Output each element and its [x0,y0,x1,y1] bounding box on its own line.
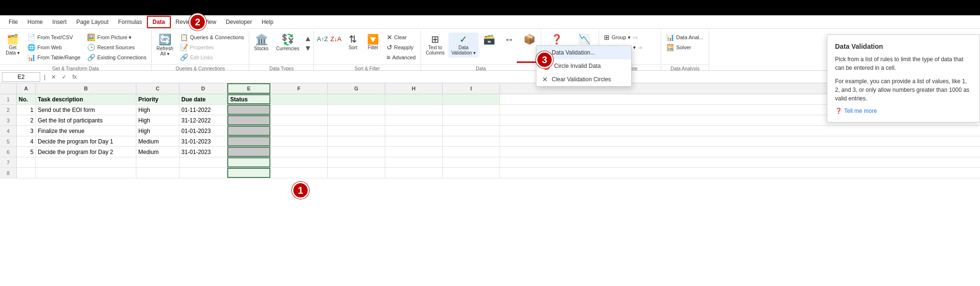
manage-model-button[interactable]: 📦 [520,33,539,47]
cell-h2[interactable] [385,105,443,115]
cell-i2[interactable] [443,105,500,115]
cell-h4[interactable] [385,126,443,136]
menu-file[interactable]: File [4,17,22,27]
cell-f7[interactable] [270,157,328,167]
clear-validation-menu-item[interactable]: ✕ Clear Validation Circles [536,73,631,86]
cell-e5[interactable] [227,136,270,146]
menu-formulas[interactable]: Formulas [113,17,147,27]
cell-g6[interactable] [328,147,385,157]
get-data-button[interactable]: 🗂️ GetData ▾ [2,33,23,57]
cell-c4[interactable]: High [136,126,179,136]
data-analysis-btn[interactable]: 📊 Data Anal... [663,33,706,42]
recent-sources-button[interactable]: 🕒 Recent Sources [84,43,149,52]
col-header-e[interactable]: E [227,83,270,94]
from-table-button[interactable]: 📊 From Table/Range [24,53,83,62]
cell-i3[interactable] [443,115,500,125]
clear-button[interactable]: ✕ Clear [384,33,419,42]
refresh-all-button[interactable]: 🔄 RefreshAll ▾ [154,33,176,58]
properties-button[interactable]: 📝 Properties [177,43,247,52]
filter-button[interactable]: 🔽 Filter [364,33,383,52]
cell-c8[interactable] [136,168,179,178]
from-text-csv-button[interactable]: 📄 From Text/CSV [24,33,83,42]
cell-g8[interactable] [328,168,385,178]
cell-f5[interactable] [270,136,328,146]
cell-a7[interactable] [17,157,36,167]
cell-b4[interactable]: Finalize the venue [36,126,136,136]
stocks-button[interactable]: 🏛️ Stocks [251,33,271,53]
cell-e7[interactable] [227,157,270,167]
relationships-button[interactable]: ↔ [500,33,519,47]
cell-d4[interactable]: 01-01-2023 [179,126,227,136]
advanced-button[interactable]: ≡ Advanced [384,53,419,62]
cell-b7[interactable] [36,157,136,167]
cell-h5[interactable] [385,136,443,146]
cell-b5[interactable]: Decide the program for Day 1 [36,136,136,146]
cell-d6[interactable]: 31-01-2023 [179,147,227,157]
cell-c1[interactable]: Priority [136,94,179,104]
currencies-button[interactable]: 💱 Currencies [273,33,302,53]
cell-g5[interactable] [328,136,385,146]
cell-a8[interactable] [17,168,36,178]
cell-b3[interactable]: Get the list of participants [36,115,136,125]
cell-h7[interactable] [385,157,443,167]
existing-connections-button[interactable]: 🔗 Existing Connections [84,53,149,62]
cell-f8[interactable] [270,168,328,178]
name-box[interactable] [2,72,40,82]
col-header-c[interactable]: C [136,83,179,94]
cell-i6[interactable] [443,147,500,157]
sort-za-button[interactable]: Z↓A [329,34,342,44]
cell-a6[interactable]: 5 [17,147,36,157]
queries-connections-button[interactable]: 📋 Queries & Connections [177,33,247,42]
col-header-h[interactable]: H [385,83,443,94]
col-header-d[interactable]: D [179,83,227,94]
cell-i4[interactable] [443,126,500,136]
cell-i5[interactable] [443,136,500,146]
cell-d5[interactable]: 31-01-2023 [179,136,227,146]
cell-e1[interactable]: Status [227,94,270,104]
cell-d3[interactable]: 31-12-2022 [179,115,227,125]
col-header-f[interactable]: F [270,83,328,94]
cell-d2[interactable]: 01-11-2022 [179,105,227,115]
cell-c6[interactable]: Medium [136,147,179,157]
cell-f4[interactable] [270,126,328,136]
menu-help[interactable]: Help [257,17,278,27]
cell-b1[interactable]: Task description [36,94,136,104]
cell-a4[interactable]: 3 [17,126,36,136]
cell-e4[interactable] [227,126,270,136]
cell-h6[interactable] [385,147,443,157]
cell-b8[interactable] [36,168,136,178]
cell-h8[interactable] [385,168,443,178]
menu-page-layout[interactable]: Page Layout [71,17,113,27]
text-to-columns-button[interactable]: ⊞ Text toColumns [423,33,447,57]
cell-f1[interactable] [270,94,328,104]
cell-g2[interactable] [328,105,385,115]
from-web-button[interactable]: 🌐 From Web [24,43,83,52]
cell-a3[interactable]: 2 [17,115,36,125]
cell-a2[interactable]: 1 [17,105,36,115]
menu-developer[interactable]: Developer [221,17,257,27]
from-picture-button[interactable]: 🖼️ From Picture ▾ [84,33,149,42]
col-header-b[interactable]: B [36,83,136,94]
cell-d7[interactable] [179,157,227,167]
cell-b2[interactable]: Send out the EOI form [36,105,136,115]
menu-data[interactable]: Data [147,16,171,28]
cell-i8[interactable] [443,168,500,178]
cell-i7[interactable] [443,157,500,167]
consolidate-button[interactable]: 🗃️ [479,33,499,47]
cell-g7[interactable] [328,157,385,167]
cell-f6[interactable] [270,147,328,157]
solver-button[interactable]: 🧮 Solver [663,43,694,52]
cell-c5[interactable]: Medium [136,136,179,146]
cell-d1[interactable]: Due date [179,94,227,104]
cell-c7[interactable] [136,157,179,167]
cell-f3[interactable] [270,115,328,125]
group-button[interactable]: ⊞ Group ▾ +≡ [601,33,641,42]
collapse-icon[interactable]: ▼ [304,44,312,53]
cell-g4[interactable] [328,126,385,136]
cell-h3[interactable] [385,115,443,125]
reapply-button[interactable]: ↺ Reapply [384,43,419,52]
cell-e3[interactable] [227,115,270,125]
menu-insert[interactable]: Insert [47,17,71,27]
menu-home[interactable]: Home [22,17,47,27]
cell-e8[interactable] [227,168,270,178]
